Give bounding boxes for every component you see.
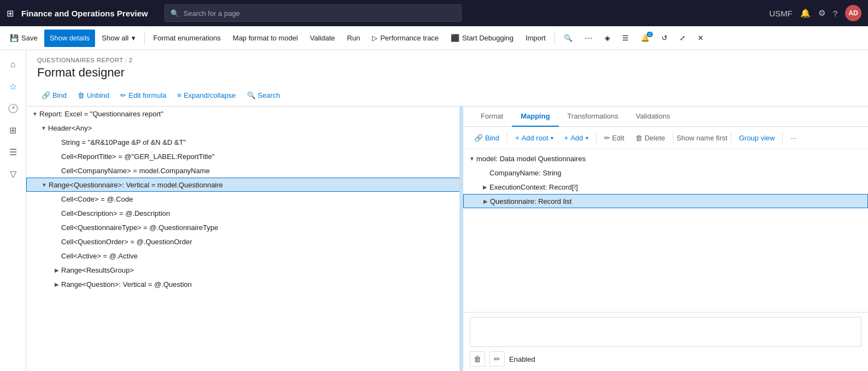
mt-item-companyname[interactable]: ▶ CompanyName: String [463,166,868,180]
mt-item-questionnaire[interactable]: ▶ Questionnaire: Record list [463,194,868,208]
tree-item-cellcompanyname[interactable]: ▶ Cell<CompanyName> = model.CompanyName [26,163,462,178]
unbind-button[interactable]: 🗑 Unbind [73,87,114,103]
more-options-button[interactable]: ··· [579,30,598,47]
tree-item-report[interactable]: ▼ Report: Excel = "Questionnaires report… [26,107,462,121]
mapping-tabs: Format Mapping Transformations Validatio… [463,107,868,127]
mt-delete-button[interactable]: 🗑 Delete [631,130,670,145]
sidebar-icon: ☰ [622,34,629,42]
mt-more-icon: ··· [790,134,796,142]
tree-item-rangequestion[interactable]: ▶ Range<Question>: Vertical = @.Question [26,277,462,291]
tree-label: Range<Question>: Vertical = @.Question [61,280,192,288]
tree-item-rangequestionnaire[interactable]: ▼ Range<Questionnaire>: Vertical = model… [26,178,462,192]
rail-home-icon[interactable]: ⌂ [3,55,23,74]
search-bar[interactable]: 🔍 Search for a page [164,4,462,22]
popout-button[interactable]: ⤢ [674,30,691,47]
notification-icon[interactable]: 🔔 [800,8,811,18]
mt-add-icon: + [564,134,569,142]
start-debugging-button[interactable]: ⬛ Start Debugging [445,30,519,47]
run-button[interactable]: Run [341,30,365,47]
close-button[interactable]: ✕ [692,30,709,47]
save-button[interactable]: 💾 Save [4,30,43,47]
mt-label: ExecutionContext: Record[!] [489,183,578,191]
command-bar: 💾 Save Show details Show all ▾ Format en… [0,26,868,50]
tab-mapping[interactable]: Mapping [512,107,558,127]
refresh-button[interactable]: ↺ [656,30,673,47]
rail-filter-icon[interactable]: ▽ [3,164,23,184]
search-tree-icon: 🔍 [247,91,256,99]
mt-group-view-button[interactable]: Group view [735,130,780,145]
mt-bind-button[interactable]: 🔗 Bind [470,130,504,145]
bind-icon: 🔗 [42,91,50,99]
mt-show-name-first-label: Show name first [677,134,728,142]
close-icon: ✕ [698,34,704,42]
settings-icon[interactable]: ⚙ [818,8,825,18]
formula-edit-icon: ✏ [494,355,500,363]
mt-edit-button[interactable]: ✏ Edit [600,130,629,145]
show-details-button[interactable]: Show details [44,30,96,47]
panels: ▼ Report: Excel = "Questionnaires report… [26,107,868,371]
rail-history-icon[interactable]: 🕐 [3,98,23,118]
app-grid-icon[interactable]: ⊞ [7,8,14,19]
toggle-rangeq[interactable]: ▼ [40,180,49,189]
rail-favorites-icon[interactable]: ☆ [3,76,23,96]
tree-label: Cell<CompanyName> = model.CompanyName [61,167,210,175]
toggle-rangersg[interactable]: ▶ [52,266,61,274]
search-cmd-button[interactable]: 🔍 [558,30,578,47]
tree-item-cellcode[interactable]: ▶ Cell<Code> = @.Code [26,192,462,206]
map-format-to-model-button[interactable]: Map format to model [227,30,303,47]
formula-edit-button[interactable]: ✏ [489,351,505,367]
mt-toggle-ec[interactable]: ▶ [481,182,489,191]
main-layout: ⌂ ☆ 🕐 ⊞ ☰ ▽ QUESTIONNAIRES REPORT : 2 Fo… [0,50,868,371]
tree-item-header[interactable]: ▼ Header<Any> [26,121,462,135]
search-button[interactable]: 🔍 Search [243,87,285,103]
rail-list-icon[interactable]: ☰ [3,142,23,162]
mt-sep-1 [507,132,507,143]
toggle-report[interactable]: ▼ [31,109,39,118]
mt-toggle-model[interactable]: ▼ [468,154,476,163]
tree-item-cellactive[interactable]: ▶ Cell<Active> = @.Active [26,249,462,263]
top-navigation: ⊞ Finance and Operations Preview 🔍 Searc… [0,0,868,26]
expand-collapse-button[interactable]: ≡ Expand/collapse [173,87,240,103]
show-all-button[interactable]: Show all ▾ [96,30,140,47]
mt-bind-icon: 🔗 [474,134,483,142]
diamond-button[interactable]: ◈ [599,30,616,47]
tree-item-cellqtype[interactable]: ▶ Cell<QuestionnaireType> = @.Questionna… [26,220,462,234]
breadcrumb: QUESTIONNAIRES REPORT : 2 [37,57,857,63]
formula-status: Enabled [509,355,535,363]
formula-delete-button[interactable]: 🗑 [470,351,485,367]
import-button[interactable]: Import [520,30,551,47]
tab-format[interactable]: Format [472,107,512,127]
unbind-icon: 🗑 [78,91,85,99]
tree-item-string[interactable]: ▶ String = "&R&10Page &P of &N &D &T" [26,135,462,149]
mt-add-root-button[interactable]: + Add root ▾ [511,130,558,145]
tree-item-cellreporttitle[interactable]: ▶ Cell<ReportTitle> = @"GER_LABEL:Report… [26,149,462,163]
mt-item-model[interactable]: ▼ model: Data model Questionnaires [463,151,868,166]
show-all-chevron-icon: ▾ [132,34,135,42]
help-icon[interactable]: ? [833,9,837,18]
toggle-rangeques[interactable]: ▶ [52,280,61,288]
performance-trace-button[interactable]: ▷ Performance trace [367,30,444,47]
user-avatar[interactable]: AD [845,5,861,21]
mt-label: Questionnaire: Record list [490,197,572,205]
mt-add-button[interactable]: + Add ▾ [560,130,593,145]
formula-box[interactable] [470,317,861,347]
tree-item-celldesc[interactable]: ▶ Cell<Description> = @.Description [26,206,462,220]
badge-button[interactable]: 🔔0 [635,30,655,47]
mt-toggle-q[interactable]: ▶ [481,197,490,205]
mt-item-executioncontext[interactable]: ▶ ExecutionContext: Record[!] [463,180,868,194]
tree-item-cellqorder[interactable]: ▶ Cell<QuestionOrder> = @.QuestionOrder [26,234,462,249]
sidebar-toggle-button[interactable]: ☰ [617,30,634,47]
rail-dashboard-icon[interactable]: ⊞ [3,120,23,140]
toggle-header[interactable]: ▼ [39,123,48,132]
tab-validations[interactable]: Validations [627,107,679,127]
panel-resize-handle[interactable] [459,107,462,371]
format-enumerations-button[interactable]: Format enumerations [148,30,227,47]
tree-item-rangeresultsgroup[interactable]: ▶ Range<ResultsGroup> [26,263,462,277]
mt-more-button[interactable]: ··· [786,130,801,145]
more-icon: ··· [584,32,593,44]
edit-formula-button[interactable]: ✏ Edit formula [116,87,170,103]
validate-button[interactable]: Validate [304,30,340,47]
tab-transformations[interactable]: Transformations [559,107,627,127]
tree-label: Cell<Active> = @.Active [61,252,138,260]
bind-button[interactable]: 🔗 Bind [37,87,71,103]
